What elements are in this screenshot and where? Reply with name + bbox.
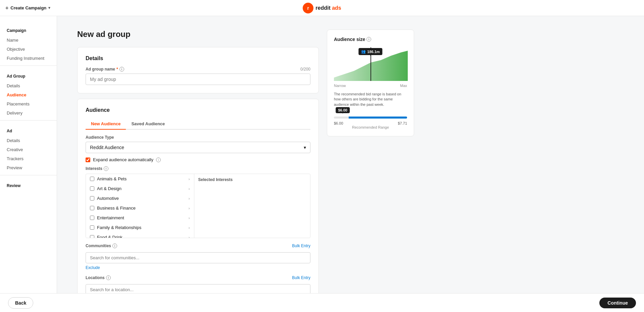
max-label: Max (400, 84, 407, 88)
sidebar-item-delivery[interactable]: Delivery (0, 108, 57, 118)
main-layout: Campaign Name Objective Funding Instrume… (0, 16, 644, 312)
sidebar-item-ad-details[interactable]: Details (0, 136, 57, 145)
audience-size-badge: 👥 186.1m (358, 48, 382, 55)
expand-audience-label: Expand audience automatically (93, 157, 153, 162)
create-campaign-button[interactable]: + Create Campaign ▾ (5, 5, 50, 11)
sidebar-item-preview[interactable]: Preview (0, 163, 57, 172)
locations-bulk-entry-button[interactable]: Bulk Entry (292, 275, 310, 280)
list-item[interactable]: Animals & Pets › (86, 174, 194, 184)
audience-size-card: Audience size i (327, 30, 414, 136)
narrow-label: Narrow (334, 84, 346, 88)
interest-checkbox-animals[interactable] (90, 177, 94, 181)
narrow-max-labels: Narrow Max (334, 84, 407, 88)
expand-audience-row: Expand audience automatically i (86, 157, 310, 162)
adgroup-section-title: Ad Group (0, 69, 57, 81)
list-item[interactable]: Entertainment › (86, 213, 194, 223)
sidebar-item-objective[interactable]: Objective (0, 45, 57, 54)
audience-type-value: Reddit Audience (90, 145, 124, 150)
adgroup-name-info-icon[interactable]: i (119, 67, 124, 72)
review-section-title: Review (0, 178, 57, 191)
details-card: Details Ad group name * i 0/200 (77, 47, 319, 93)
reddit-ads-text: reddit ads (315, 5, 341, 11)
sidebar-divider-2 (0, 120, 57, 121)
bid-range-bar (334, 117, 407, 119)
page-title: New ad group (77, 30, 319, 39)
tab-new-audience[interactable]: New Audience (86, 119, 126, 130)
audience-chart: 👥 186.1m (334, 47, 407, 81)
campaign-section-title: Campaign (0, 23, 57, 36)
list-item[interactable]: Automotive › (86, 193, 194, 203)
adgroup-name-label: Ad group name * i 0/200 (86, 67, 310, 72)
bid-range-text: The recommended bid range is based on ho… (334, 92, 407, 107)
list-item[interactable]: Art & Design › (86, 184, 194, 193)
selected-interests-panel: Selected Interests (194, 174, 310, 238)
sidebar: Campaign Name Objective Funding Instrume… (0, 16, 57, 312)
communities-label: Communities i (86, 243, 117, 248)
chevron-right-icon: › (189, 235, 190, 238)
chevron-right-icon: › (189, 187, 190, 191)
top-nav: + Create Campaign ▾ r reddit ads (0, 0, 644, 16)
create-campaign-label: Create Campaign (10, 5, 46, 10)
audience-type-dropdown[interactable]: Reddit Audience ▾ (86, 142, 310, 153)
audience-size-panel: Audience size i (327, 30, 414, 136)
char-count: 0/200 (300, 67, 310, 72)
list-item[interactable]: Family & Relationships › (86, 223, 194, 232)
interests-container: Animals & Pets › Art & Design › (86, 174, 310, 238)
locations-label: Locations i (86, 275, 111, 280)
bid-bar-area: $6.00 (334, 117, 407, 119)
interest-checkbox-entertainment[interactable] (90, 216, 94, 220)
audience-size-info-icon[interactable]: i (366, 37, 371, 42)
interest-checkbox-business[interactable] (90, 206, 94, 210)
ad-section-title: Ad (0, 123, 57, 136)
sidebar-item-funding[interactable]: Funding Instrument (0, 54, 57, 63)
chevron-right-icon: › (189, 196, 190, 200)
recommended-range-label: Recommended Range (334, 125, 407, 129)
communities-info-icon[interactable]: i (112, 243, 117, 248)
sidebar-item-trackers[interactable]: Trackers (0, 154, 57, 163)
chevron-right-icon: › (189, 226, 190, 230)
sidebar-divider-1 (0, 65, 57, 66)
chevron-right-icon: › (189, 206, 190, 210)
interest-checkbox-family[interactable] (90, 225, 94, 230)
reddit-icon: r (303, 3, 313, 13)
dropdown-chevron-icon: ▾ (304, 145, 306, 150)
audience-size-title: Audience size i (334, 37, 407, 42)
form-area: New ad group Details Ad group name * i 0… (77, 30, 319, 312)
list-item[interactable]: Business & Finance › (86, 203, 194, 213)
locations-info-icon[interactable]: i (106, 275, 111, 280)
sidebar-item-audience[interactable]: Audience (0, 90, 57, 99)
sidebar-item-creative[interactable]: Creative (0, 145, 57, 154)
interest-checkbox-art[interactable] (90, 186, 94, 191)
list-item[interactable]: Food & Drink › (86, 232, 194, 238)
interests-info-icon[interactable]: i (104, 166, 108, 171)
communities-exclude-link[interactable]: Exclude (86, 265, 310, 270)
tab-saved-audience[interactable]: Saved Audience (126, 119, 170, 130)
bottom-bar: Back Continue (0, 293, 644, 312)
sidebar-item-details[interactable]: Details (0, 81, 57, 90)
plus-icon: + (5, 5, 8, 11)
bid-max-label: $7.71 (398, 121, 407, 125)
bid-min-label: $6.00 (334, 121, 343, 125)
bid-current-badge: $6.00 (336, 107, 350, 113)
back-button[interactable]: Back (8, 297, 33, 309)
details-card-title: Details (86, 55, 310, 61)
communities-row: Communities i Bulk Entry (86, 243, 310, 248)
communities-bulk-entry-button[interactable]: Bulk Entry (292, 243, 310, 248)
interest-checkbox-automotive[interactable] (90, 196, 94, 200)
expand-audience-info-icon[interactable]: i (156, 158, 161, 162)
chevron-right-icon: › (189, 177, 190, 181)
audience-card-title: Audience (86, 107, 310, 113)
audience-card: Audience New Audience Saved Audience Aud… (77, 99, 319, 310)
audience-tabs: New Audience Saved Audience (86, 119, 310, 130)
interests-list[interactable]: Animals & Pets › Art & Design › (86, 174, 194, 238)
adgroup-name-input[interactable] (86, 74, 310, 85)
chevron-down-icon: ▾ (48, 6, 50, 10)
interests-label: Interests i (86, 166, 310, 171)
interest-checkbox-food[interactable] (90, 235, 94, 238)
sidebar-item-placements[interactable]: Placements (0, 99, 57, 108)
expand-audience-checkbox[interactable] (86, 158, 90, 162)
communities-search-input[interactable] (86, 252, 310, 263)
sidebar-item-name[interactable]: Name (0, 36, 57, 45)
continue-button[interactable]: Continue (599, 298, 636, 308)
chevron-right-icon: › (189, 216, 190, 220)
